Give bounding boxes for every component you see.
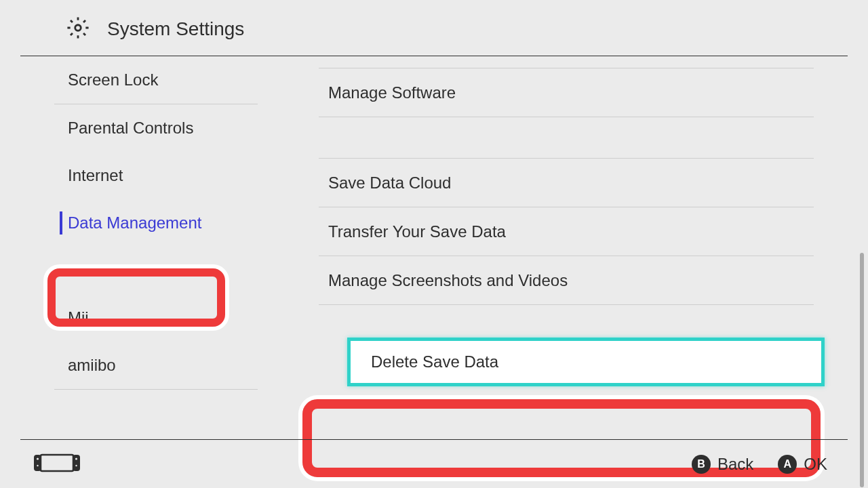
svg-point-7 [75,464,77,466]
sidebar-item-label: Data Management [68,214,201,232]
main-item-transfer-save-data[interactable]: Transfer Your Save Data [319,207,814,256]
svg-point-4 [37,458,39,460]
sidebar-item-label: Screen Lock [68,70,158,89]
scrollbar[interactable] [860,253,864,487]
button-label: Back [717,455,753,474]
main-item-delete-save-data-wrap: Delete Save Data [347,338,825,386]
svg-point-6 [37,464,38,466]
sidebar-item-mii[interactable]: Mii [0,294,279,342]
main-panel: Manage Software Save Data Cloud Transfer… [279,56,868,436]
main-item-label: Manage Software [328,83,456,102]
sidebar-item-internet[interactable]: Internet [0,152,279,199]
ok-button[interactable]: A OK [778,455,827,474]
footer-buttons: B Back A OK [692,455,827,474]
page-title: System Settings [107,18,244,40]
b-button-icon: B [692,455,711,474]
main-list: Manage Software Save Data Cloud Transfer… [279,68,814,386]
divider [319,304,814,305]
main-item-save-data-cloud[interactable]: Save Data Cloud [319,159,814,207]
page-header: System Settings [20,0,848,56]
sidebar-item-data-management[interactable]: Data Management [0,199,279,247]
main-item-manage-software[interactable]: Manage Software [319,68,814,117]
spacer [319,117,814,158]
sidebar-item-label: amiibo [68,356,116,375]
back-button[interactable]: B Back [692,455,753,474]
main-item-label: Delete Save Data [371,352,498,371]
controller-icon [34,453,80,475]
main-item-label: Manage Screenshots and Videos [328,271,568,290]
svg-point-0 [75,25,81,31]
footer: B Back A OK [20,439,848,488]
sidebar-item-parental-controls[interactable]: Parental Controls [0,104,279,152]
sidebar-item-screen-lock[interactable]: Screen Lock [0,56,279,104]
main-item-delete-save-data[interactable]: Delete Save Data [347,338,825,386]
a-button-icon: A [778,455,797,474]
sidebar-item-label: Parental Controls [68,119,193,138]
sidebar-item-users[interactable]: Users [0,247,279,294]
main-item-label: Transfer Your Save Data [328,222,506,241]
svg-rect-3 [73,455,80,471]
content-area: Screen Lock Parental Controls Internet D… [0,56,868,436]
main-item-label: Save Data Cloud [328,174,451,192]
gear-icon [66,16,107,42]
divider [54,389,258,390]
main-item-manage-screenshots[interactable]: Manage Screenshots and Videos [319,256,814,304]
button-label: OK [804,455,827,474]
sidebar: Screen Lock Parental Controls Internet D… [0,56,279,436]
svg-rect-1 [41,455,73,471]
svg-point-5 [75,458,77,460]
sidebar-item-amiibo[interactable]: amiibo [0,342,279,389]
sidebar-item-label: Internet [68,166,123,185]
svg-rect-2 [34,455,41,471]
sidebar-item-label: Users [68,261,111,280]
sidebar-item-label: Mii [68,308,89,327]
